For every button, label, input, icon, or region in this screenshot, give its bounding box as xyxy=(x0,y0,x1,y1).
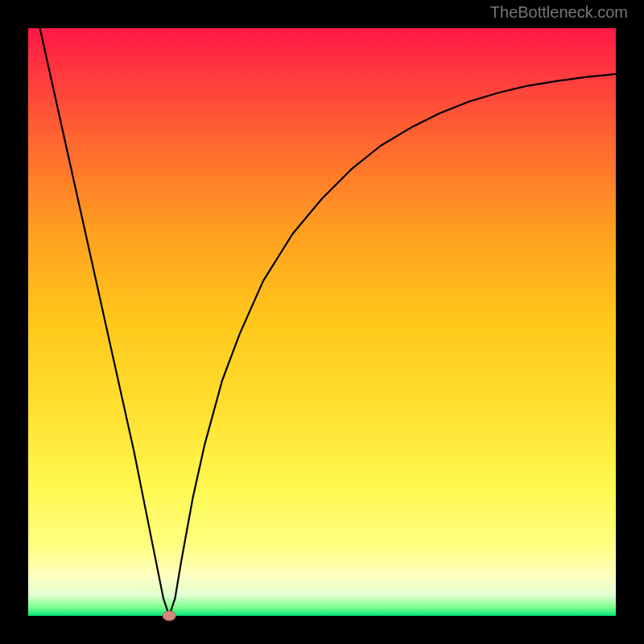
vertex-marker xyxy=(163,611,175,621)
plot-background xyxy=(28,28,616,616)
watermark-text: TheBottleneck.com xyxy=(490,3,628,22)
bottleneck-chart xyxy=(0,0,644,644)
chart-container: TheBottleneck.com xyxy=(0,0,644,644)
